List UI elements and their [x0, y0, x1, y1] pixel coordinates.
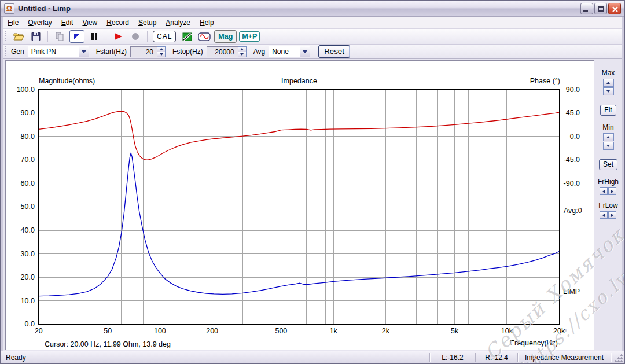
magnitude-phase-view-button[interactable]: M+P — [239, 31, 260, 42]
fstart-stepper[interactable] — [157, 46, 166, 57]
minimize-icon — [583, 10, 588, 12]
left-channel-level: L:-16.2 — [430, 353, 475, 362]
fstart-input[interactable]: 20 — [130, 46, 157, 57]
right-channel-level: R:-12.4 — [476, 353, 517, 362]
min-label: Min — [602, 123, 613, 131]
menu-item-edit[interactable]: Edit — [57, 17, 78, 29]
spin-up-button[interactable] — [157, 47, 165, 52]
maximize-button[interactable] — [594, 3, 607, 14]
sine-wave-icon — [198, 32, 211, 41]
svg-text:45.0: 45.0 — [566, 109, 580, 117]
svg-text:40.0: 40.0 — [21, 226, 35, 234]
spin-down-button[interactable] — [157, 52, 165, 57]
fstop-stepper[interactable] — [238, 46, 247, 57]
fstop-input[interactable]: 20000 — [207, 46, 238, 57]
frlow-label: FrLow — [598, 201, 617, 209]
frlow-left-button[interactable] — [600, 211, 608, 219]
frhigh-right-button[interactable] — [608, 187, 616, 195]
resize-grip[interactable] — [615, 354, 624, 363]
svg-text:70.0: 70.0 — [21, 156, 35, 164]
record-circle-icon — [131, 32, 139, 41]
impedance-plot[interactable]: 100.090.080.070.060.050.040.030.020.010.… — [6, 61, 594, 350]
menu-item-help[interactable]: Help — [195, 17, 219, 29]
arrow-right-icon — [611, 190, 613, 193]
chart-title: Impedance — [241, 77, 357, 85]
svg-text:100: 100 — [154, 327, 166, 335]
status-message: Ready — [1, 353, 429, 362]
open-folder-icon — [13, 32, 24, 41]
spin-down-button[interactable] — [238, 52, 246, 57]
fstop-control: 20000 — [207, 46, 247, 57]
sweep-button[interactable] — [197, 30, 212, 43]
spin-up-button[interactable] — [238, 47, 246, 52]
app-window: Ω Untitled - Limp File Overlay Edit View… — [0, 0, 625, 364]
svg-text:50.0: 50.0 — [21, 203, 35, 211]
arrow-up-icon — [240, 48, 244, 50]
arrow-down-icon — [606, 90, 610, 93]
gen-label: Gen — [11, 47, 24, 56]
svg-text:100.0: 100.0 — [17, 86, 35, 94]
min-down-button[interactable] — [603, 142, 614, 150]
svg-text:10.0: 10.0 — [21, 297, 35, 305]
close-button[interactable] — [608, 3, 621, 14]
copy-button[interactable] — [52, 30, 67, 43]
open-file-button[interactable] — [11, 30, 26, 43]
calibrate-button[interactable]: CAL — [153, 31, 176, 42]
averaging-select[interactable]: None — [269, 46, 310, 57]
arrow-left-icon — [602, 214, 605, 217]
reset-button[interactable]: Reset — [318, 45, 350, 58]
arrow-up-icon — [606, 136, 610, 138]
menu-item-view[interactable]: View — [78, 17, 102, 29]
menu-bar: File Overlay Edit View Record Setup Anal… — [3, 17, 622, 29]
toolbar-grip[interactable] — [5, 31, 6, 42]
frhigh-left-button[interactable] — [600, 187, 608, 195]
close-icon — [609, 3, 622, 15]
fstart-label: Fstart(Hz) — [96, 47, 127, 56]
svg-text:-90.0: -90.0 — [564, 179, 580, 187]
frhigh-label: FrHigh — [598, 178, 619, 186]
gain-tool-button[interactable] — [69, 30, 84, 43]
avg-label: Avg — [253, 47, 265, 56]
client-area: 100.090.080.070.060.050.040.030.020.010.… — [3, 59, 622, 351]
menu-item-setup[interactable]: Setup — [134, 17, 161, 29]
min-up-button[interactable] — [603, 133, 614, 141]
svg-text:90.0: 90.0 — [566, 86, 580, 94]
fstop-label: Fstop(Hz) — [172, 47, 203, 56]
pause-button[interactable] — [87, 30, 102, 43]
arrow-down-icon — [240, 53, 244, 56]
arrow-down-icon — [606, 145, 610, 147]
window-title: Untitled - Limp — [18, 4, 579, 13]
set-button[interactable]: Set — [599, 159, 617, 170]
menu-item-overlay[interactable]: Overlay — [23, 17, 56, 29]
title-bar: Ω Untitled - Limp — [1, 1, 624, 17]
save-button[interactable] — [28, 30, 43, 43]
max-down-button[interactable] — [603, 87, 614, 95]
cursor-readout: Cursor: 20.00 Hz, 11.99 Ohm, 13.9 deg — [45, 340, 171, 348]
dropdown-button[interactable] — [300, 46, 310, 57]
magnitude-view-button[interactable]: Mag — [214, 30, 237, 43]
rlc-button[interactable] — [179, 30, 194, 43]
svg-text:90.0: 90.0 — [21, 109, 35, 117]
fstart-control: 20 — [130, 46, 166, 57]
start-button[interactable] — [111, 30, 126, 43]
svg-text:1k: 1k — [330, 327, 338, 335]
svg-text:5k: 5k — [451, 327, 459, 335]
frlow-right-button[interactable] — [608, 211, 616, 219]
avg-counter: Avg:0 — [564, 207, 582, 215]
svg-text:60.0: 60.0 — [21, 179, 35, 187]
menu-item-record[interactable]: Record — [102, 17, 134, 29]
dropdown-button[interactable] — [79, 46, 89, 57]
max-stepper — [603, 79, 614, 96]
frhigh-stepper — [600, 187, 617, 195]
generator-select[interactable]: Pink PN — [28, 46, 89, 57]
toolbar-grip[interactable] — [5, 46, 6, 57]
menu-item-file[interactable]: File — [3, 17, 23, 29]
minimize-button[interactable] — [580, 3, 593, 14]
svg-text:80.0: 80.0 — [21, 133, 35, 141]
arrow-up-icon — [606, 82, 610, 84]
max-up-button[interactable] — [603, 79, 614, 87]
limp-vertical-label: LIMP — [563, 288, 571, 296]
record-button[interactable] — [128, 30, 143, 43]
fit-button[interactable]: Fit — [600, 105, 616, 116]
menu-item-analyze[interactable]: Analyze — [161, 17, 195, 29]
